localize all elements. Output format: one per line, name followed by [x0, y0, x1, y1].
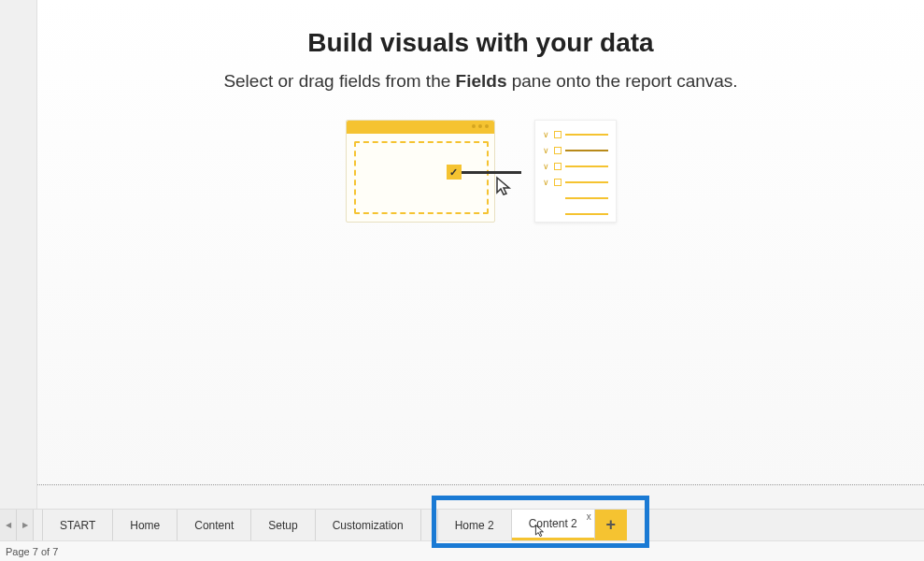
empty-state: Build visuals with your data Select or d… — [154, 28, 808, 236]
tab-home-2[interactable]: Home 2 — [438, 510, 512, 540]
tab-nav-next[interactable]: ▶ — [17, 510, 34, 540]
empty-state-illustration: ✓ ∨ ∨ ∨ ∨ ∧ ∧ — [346, 120, 617, 232]
left-rail — [0, 0, 37, 510]
tab-content-2[interactable]: Content 2 x — [512, 510, 595, 540]
empty-state-title: Build visuals with your data — [154, 28, 808, 58]
cursor-icon — [493, 176, 516, 198]
tab-start[interactable]: START — [43, 510, 113, 540]
tab-customization[interactable]: Customization — [316, 510, 421, 540]
page-indicator: Page 7 of 7 — [6, 546, 58, 557]
status-bar: Page 7 of 7 — [0, 540, 924, 561]
add-page-button[interactable]: + — [595, 510, 627, 540]
close-icon[interactable]: x — [587, 511, 591, 522]
page-tabs-bar: ◀ ▶ START Home Content Setup Customizati… — [0, 509, 924, 540]
check-icon: ✓ — [447, 165, 462, 180]
empty-state-subtitle: Select or drag fields from the Fields pa… — [154, 71, 808, 92]
tab-content[interactable]: Content — [178, 510, 251, 540]
illustration-fields-panel: ∨ ∨ ∨ ∨ ∧ ∧ — [534, 120, 617, 223]
tab-setup[interactable]: Setup — [251, 510, 315, 540]
canvas-bottom-border — [37, 484, 924, 486]
tab-home[interactable]: Home — [113, 510, 178, 540]
report-canvas[interactable]: Build visuals with your data Select or d… — [37, 0, 924, 484]
tab-nav-prev[interactable]: ◀ — [0, 510, 17, 540]
